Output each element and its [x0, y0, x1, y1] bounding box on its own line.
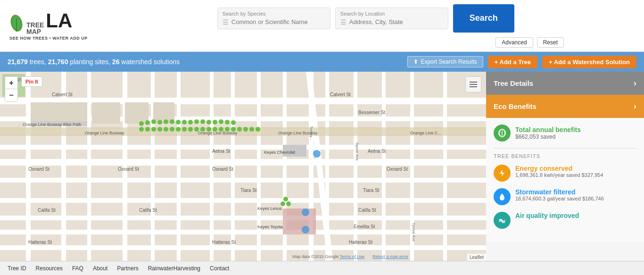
advanced-button[interactable]: Advanced — [495, 37, 533, 48]
svg-rect-33 — [92, 102, 120, 124]
svg-rect-38 — [283, 208, 316, 234]
svg-text:Keyes Toyota: Keyes Toyota — [257, 225, 283, 229]
svg-point-44 — [164, 119, 168, 124]
total-benefits-text: Total annual benefits $662,053 saved — [515, 126, 581, 140]
footer-contact[interactable]: Contact — [210, 265, 229, 272]
map-attribution: Leaflet — [467, 254, 486, 261]
svg-rect-19 — [177, 72, 181, 261]
svg-point-51 — [206, 120, 211, 125]
stats-text: 21,679 trees, 21,760 planting sites, 26 … — [8, 58, 403, 66]
footer-resources[interactable]: Resources — [36, 265, 63, 272]
footer: Tree ID Resources FAQ About Partners Rai… — [0, 261, 644, 275]
leaf-benefit-icon — [497, 128, 507, 138]
svg-text:Calvert St: Calvert St — [52, 92, 73, 97]
svg-text:Symar Ave: Symar Ave — [355, 142, 359, 161]
svg-point-42 — [151, 119, 156, 124]
svg-point-72 — [237, 127, 242, 132]
stormwater-text: Stormwater filtered 18,674,600.3 gal/yea… — [515, 188, 604, 201]
svg-marker-121 — [500, 170, 504, 176]
search-row: Search by Species ☰ Search by Location ☰… — [97, 4, 635, 33]
search-inputs: Search by Species ☰ Search by Location ☰ — [217, 8, 448, 29]
total-benefits-icon — [494, 125, 511, 142]
footer-about[interactable]: About — [93, 265, 107, 272]
svg-point-63 — [182, 127, 187, 132]
footer-faq[interactable]: FAQ — [72, 265, 83, 272]
logo: TREE MAP LA — [9, 11, 72, 35]
stormwater-value: 18,674,600.3 gal/year saved $186,746 — [515, 196, 604, 201]
zoom-in-button[interactable]: + — [5, 77, 17, 89]
location-icon: ☰ — [340, 18, 347, 26]
benefits-content: Total annual benefits $662,053 saved TRE… — [486, 118, 644, 242]
export-icon: ⬆ — [413, 58, 418, 65]
svg-text:Aetna St: Aetna St — [368, 149, 386, 154]
svg-rect-34 — [125, 102, 149, 124]
map-area[interactable]: Plano Park Calvert St Calvert St Besseme… — [0, 72, 486, 261]
watershed-count: 26 — [112, 58, 120, 66]
svg-text:Keyes Chevrolet: Keyes Chevrolet — [264, 150, 296, 155]
svg-point-50 — [200, 119, 205, 124]
svg-point-47 — [182, 120, 187, 125]
tree-details-chevron: › — [634, 78, 636, 88]
air-quality-label: Air quality improved — [515, 212, 579, 219]
pin-label: Pin It — [25, 79, 38, 84]
svg-rect-29 — [443, 72, 447, 261]
svg-point-54 — [225, 120, 230, 125]
svg-text:Keyes Lexus: Keyes Lexus — [257, 206, 282, 211]
svg-text:Map data ©2015 Google: Map data ©2015 Google — [292, 254, 339, 259]
zoom-controls: + − — [5, 76, 18, 102]
svg-text:Oxnard St: Oxnard St — [118, 167, 139, 172]
stormwater-benefit: Stormwater filtered 18,674,600.3 gal/yea… — [494, 188, 636, 205]
svg-point-73 — [243, 127, 248, 132]
svg-point-56 — [139, 127, 144, 132]
export-label: Export Search Results — [421, 58, 477, 65]
export-button[interactable]: ⬆ Export Search Results — [407, 56, 483, 67]
svg-rect-26 — [354, 72, 357, 261]
svg-text:Calvert St: Calvert St — [330, 92, 351, 97]
footer-tree-id[interactable]: Tree ID — [8, 265, 26, 272]
advanced-reset-row: Advanced Reset — [97, 37, 635, 48]
svg-text:Terms of Use: Terms of Use — [339, 254, 364, 259]
svg-text:Hatteras St: Hatteras St — [28, 240, 52, 245]
energy-text: Energy conserved 1,698,361.8 kwh/year sa… — [515, 165, 603, 178]
species-input[interactable] — [231, 18, 325, 25]
add-watershed-button[interactable]: + Add a Watershed Solution — [542, 56, 636, 68]
eco-benefits-header[interactable]: Eco Benefits › — [486, 95, 644, 118]
location-input[interactable] — [349, 18, 443, 25]
logo-map-text: MAP — [26, 28, 44, 35]
svg-point-43 — [157, 120, 162, 125]
svg-point-55 — [231, 120, 236, 125]
map-canvas: Plano Park Calvert St Calvert St Besseme… — [0, 72, 486, 261]
reset-button[interactable]: Reset — [537, 37, 564, 48]
svg-text:Hatteras St: Hatteras St — [349, 240, 372, 245]
footer-rainwater[interactable]: RainwaterHarvesting — [148, 265, 200, 272]
svg-point-97 — [313, 150, 321, 158]
search-button[interactable]: Search — [453, 4, 514, 33]
energy-value: 1,698,361.8 kwh/year saved $327,954 — [515, 172, 603, 178]
svg-rect-22 — [257, 72, 261, 261]
svg-point-58 — [151, 127, 156, 132]
trees-label: trees, — [30, 58, 48, 66]
watershed-label: watershed solutions — [121, 58, 180, 66]
add-tree-button[interactable]: + Add a Tree — [488, 56, 537, 68]
zoom-out-button[interactable]: − — [5, 89, 17, 101]
svg-rect-27 — [382, 72, 386, 261]
svg-point-78 — [283, 197, 288, 201]
water-drop-icon — [498, 192, 506, 201]
svg-point-46 — [176, 120, 181, 125]
footer-partners[interactable]: Partners — [117, 265, 138, 272]
svg-text:Tiara St: Tiara St — [363, 188, 380, 193]
layers-button[interactable] — [465, 76, 481, 92]
species-input-row: ☰ — [223, 18, 325, 26]
leaflet-label: Leaflet — [470, 255, 484, 260]
header: TREE MAP LA SEE HOW TREES • WATER ADD UP… — [0, 0, 644, 52]
svg-text:Orange Line C...: Orange Line C... — [410, 131, 441, 135]
svg-point-59 — [157, 127, 162, 132]
energy-benefit: Energy conserved 1,698,361.8 kwh/year sa… — [494, 165, 636, 182]
tree-details-header[interactable]: Tree Details › — [486, 72, 644, 95]
logo-la-text: LA — [46, 11, 72, 31]
total-benefits: Total annual benefits $662,053 saved — [494, 125, 636, 142]
svg-rect-32 — [31, 102, 87, 124]
svg-text:Orange Line Busway: Orange Line Busway — [198, 131, 238, 135]
pin-button[interactable]: Pin It — [21, 76, 42, 87]
svg-point-76 — [281, 201, 285, 206]
